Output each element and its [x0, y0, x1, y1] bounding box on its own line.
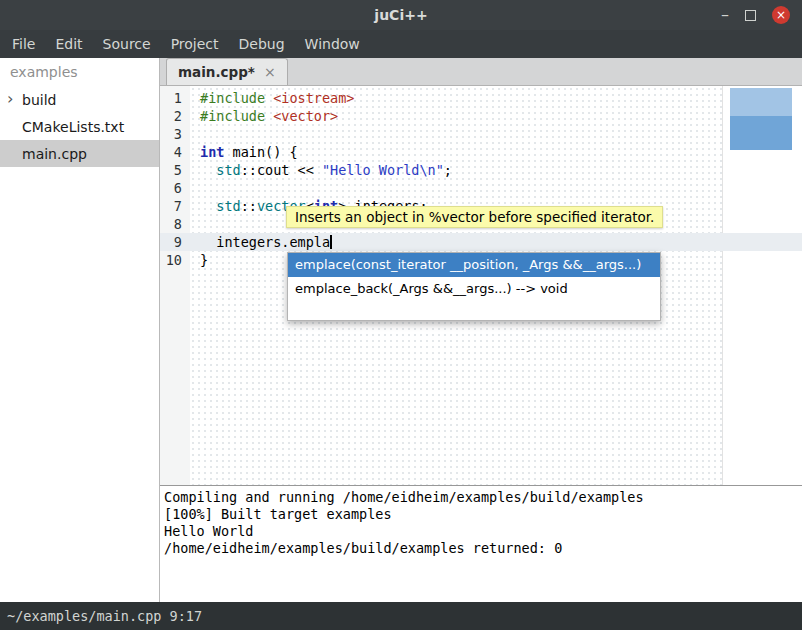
- code-text: integers.empla: [190, 233, 332, 251]
- tree-item-label: CMakeLists.txt: [22, 119, 124, 135]
- doc-tooltip: Inserts an object in %vector before spec…: [286, 206, 663, 228]
- code-line-3[interactable]: 3: [160, 125, 802, 143]
- project-root-label: examples: [0, 58, 159, 86]
- line-number: 10: [160, 251, 190, 269]
- tree-item-label: build: [22, 92, 56, 108]
- autocomplete-popup: emplace(const_iterator __position, _Args…: [287, 252, 661, 321]
- menu-item-window[interactable]: Window: [295, 30, 370, 58]
- editor-column: main.cpp* × 1#include <iostream>2#includ…: [160, 58, 802, 602]
- line-number: 8: [160, 215, 190, 233]
- line-number: 5: [160, 161, 190, 179]
- app-window: juCi++ – × FileEditSourceProjectDebugWin…: [0, 0, 802, 630]
- code-token: #include: [200, 90, 265, 106]
- menu-item-edit[interactable]: Edit: [45, 30, 92, 58]
- tab-main-cpp[interactable]: main.cpp* ×: [166, 58, 288, 85]
- close-icon: ×: [776, 9, 786, 21]
- line-number: 9: [160, 233, 190, 251]
- editor-scrollbar[interactable]: [730, 88, 792, 150]
- file-tree: ›buildCMakeLists.txtmain.cpp: [0, 86, 159, 167]
- code-token: ;: [444, 162, 452, 178]
- menubar: FileEditSourceProjectDebugWindow: [0, 30, 802, 58]
- titlebar: juCi++ – ×: [0, 0, 802, 30]
- code-token: #include: [200, 108, 265, 124]
- menu-item-debug[interactable]: Debug: [229, 30, 295, 58]
- code-line-6[interactable]: 6: [160, 179, 802, 197]
- code-token: [200, 162, 216, 178]
- code-text: #include <iostream>: [190, 89, 354, 107]
- line-number: 6: [160, 179, 190, 197]
- line-number: 3: [160, 125, 190, 143]
- tree-item-cmakelists-txt[interactable]: CMakeLists.txt: [0, 113, 159, 140]
- code-line-2[interactable]: 2#include <vector>: [160, 107, 802, 125]
- code-text: int main() {: [190, 143, 298, 161]
- line-number: 2: [160, 107, 190, 125]
- tree-item-label: main.cpp: [22, 146, 87, 162]
- code-text: [190, 179, 200, 197]
- code-token: int: [200, 144, 224, 160]
- close-button[interactable]: ×: [772, 6, 790, 24]
- completion-item[interactable]: emplace_back(_Args &&__args...) --> void: [288, 277, 660, 301]
- code-line-5[interactable]: 5 std::cout << "Hello World\n";: [160, 161, 802, 179]
- output-line: Hello World: [164, 523, 798, 540]
- statusbar: ~/examples/main.cpp 9:17: [0, 602, 802, 630]
- menu-item-project[interactable]: Project: [161, 30, 229, 58]
- minimize-button[interactable]: –: [721, 7, 729, 23]
- tab-close-icon[interactable]: ×: [264, 64, 276, 80]
- tree-item-build[interactable]: ›build: [0, 86, 159, 113]
- code-token: [265, 108, 273, 124]
- code-line-4[interactable]: 4int main() {: [160, 143, 802, 161]
- output-line: Compiling and running /home/eidheim/exam…: [164, 489, 798, 506]
- scrollbar-track[interactable]: [730, 88, 792, 116]
- menu-item-file[interactable]: File: [2, 30, 45, 58]
- code-token: "Hello World\n": [322, 162, 444, 178]
- code-editor[interactable]: 1#include <iostream>2#include <vector>34…: [160, 86, 802, 485]
- content: examples ›buildCMakeLists.txtmain.cpp ma…: [0, 58, 802, 602]
- code-token: <vector>: [273, 108, 338, 124]
- code-token: [200, 198, 216, 214]
- line-number: 4: [160, 143, 190, 161]
- code-token: main() {: [224, 144, 297, 160]
- completion-item[interactable]: emplace(const_iterator __position, _Args…: [288, 253, 660, 277]
- text-cursor: [330, 235, 332, 249]
- code-token: ::cout <<: [241, 162, 322, 178]
- code-line-1[interactable]: 1#include <iostream>: [160, 89, 802, 107]
- tree-item-main-cpp[interactable]: main.cpp: [0, 140, 159, 167]
- window-title: juCi++: [0, 7, 802, 23]
- sidebar: examples ›buildCMakeLists.txtmain.cpp: [0, 58, 160, 602]
- tabbar: main.cpp* ×: [160, 58, 802, 86]
- code-text: [190, 215, 200, 233]
- code-token: <iostream>: [273, 90, 354, 106]
- code-line-9[interactable]: 9 integers.empla: [160, 233, 802, 251]
- code-token: }: [200, 252, 208, 268]
- window-controls: – ×: [721, 6, 802, 24]
- code-token: integers.empla: [200, 234, 330, 250]
- code-text: }: [190, 251, 208, 269]
- code-token: [265, 90, 273, 106]
- scrollbar-thumb[interactable]: [730, 116, 792, 150]
- line-number: 1: [160, 89, 190, 107]
- code-token: std: [216, 162, 240, 178]
- code-text: std::cout << "Hello World\n";: [190, 161, 452, 179]
- line-number: 7: [160, 197, 190, 215]
- output-panel[interactable]: Compiling and running /home/eidheim/exam…: [160, 485, 802, 602]
- expander-icon[interactable]: ›: [7, 89, 13, 108]
- code-area: 1#include <iostream>2#include <vector>34…: [160, 86, 802, 269]
- tab-label: main.cpp*: [178, 64, 255, 80]
- maximize-button[interactable]: [745, 10, 756, 21]
- output-line: [100%] Built target examples: [164, 506, 798, 523]
- code-text: #include <vector>: [190, 107, 338, 125]
- status-file-position: ~/examples/main.cpp 9:17: [7, 608, 202, 624]
- code-token: std: [216, 198, 240, 214]
- output-line: /home/eidheim/examples/build/examples re…: [164, 540, 798, 557]
- code-token: ::: [241, 198, 257, 214]
- code-text: [190, 125, 200, 143]
- menu-item-source[interactable]: Source: [93, 30, 161, 58]
